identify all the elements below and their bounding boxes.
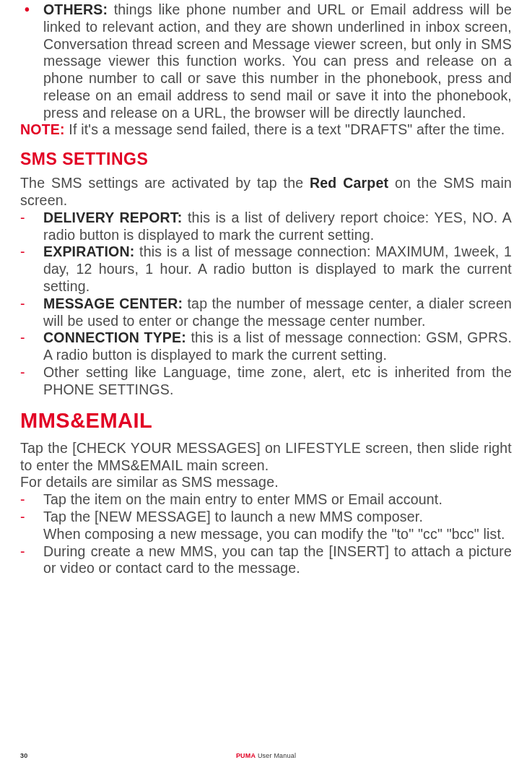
list-text: CONNECTION TYPE: this is a list of messa… — [43, 329, 512, 364]
list-item: - Tap the [NEW MESSAGE] to launch a new … — [20, 509, 512, 526]
list-item: - DELIVERY REPORT: this is a list of del… — [20, 210, 512, 244]
mms-intro: Tap the [CHECK YOUR MESSAGES] on LIFESTY… — [20, 440, 512, 475]
footer-brand: PUMA — [236, 752, 256, 759]
list-item: - Other setting like Language, time zone… — [20, 364, 512, 399]
others-text: OTHERS: things like phone number and URL… — [43, 1, 512, 121]
list-text: EXPIRATION: this is a list of message co… — [43, 243, 512, 295]
list-item: - During create a new MMS, you can tap t… — [20, 543, 512, 578]
note-label: NOTE: — [20, 121, 65, 137]
mms-email-heading: MMS&EMAIL — [20, 408, 512, 433]
item-label: MESSAGE CENTER: — [43, 295, 183, 311]
sms-intro-a: The SMS settings are activated by tap th… — [20, 175, 310, 191]
footer-label: User Manual — [256, 752, 296, 759]
list-item: - Tap the item on the main entry to ente… — [20, 491, 512, 509]
page-footer: 30 PUMA User Manual — [20, 752, 512, 760]
item-label: CONNECTION TYPE: — [43, 329, 186, 345]
list-text: DELIVERY REPORT: this is a list of deliv… — [43, 210, 512, 244]
list-text: Other setting like Language, time zone, … — [43, 364, 512, 399]
dash-icon: - — [20, 509, 43, 526]
dash-icon: - — [20, 243, 43, 295]
item-label: DELIVERY REPORT: — [43, 210, 183, 225]
mms-list: - Tap the item on the main entry to ente… — [20, 491, 512, 577]
dash-icon: - — [20, 295, 43, 330]
list-item: - MESSAGE CENTER: tap the number of mess… — [20, 295, 512, 330]
list-text: During create a new MMS, you can tap the… — [43, 543, 512, 578]
item-body: Other setting like Language, time zone, … — [43, 364, 512, 397]
others-body: things like phone number and URL or Emai… — [43, 1, 512, 121]
list-text: MESSAGE CENTER: tap the number of messag… — [43, 295, 512, 330]
list-text: Tap the [NEW MESSAGE] to launch a new MM… — [43, 509, 512, 526]
dash-icon: - — [20, 543, 43, 578]
others-label: OTHERS: — [43, 1, 108, 17]
dash-icon: - — [20, 329, 43, 364]
sms-settings-list: - DELIVERY REPORT: this is a list of del… — [20, 210, 512, 399]
list-item: - CONNECTION TYPE: this is a list of mes… — [20, 329, 512, 364]
item-label: EXPIRATION: — [43, 243, 134, 259]
note-paragraph: NOTE: If it's a message send failed, the… — [20, 121, 512, 139]
sms-intro: The SMS settings are activated by tap th… — [20, 175, 512, 210]
mms-extra: When composing a new message, you can mo… — [20, 526, 512, 543]
sms-settings-heading: SMS SETTINGS — [20, 149, 512, 169]
dash-icon: - — [20, 491, 43, 509]
footer-center: PUMA User Manual — [236, 752, 296, 760]
page-content: • OTHERS: things like phone number and U… — [20, 1, 512, 577]
note-text: If it's a message send failed, there is … — [65, 121, 505, 137]
others-bullet: • OTHERS: things like phone number and U… — [20, 1, 512, 121]
list-text: Tap the item on the main entry to enter … — [43, 491, 512, 509]
list-item: - EXPIRATION: this is a list of message … — [20, 243, 512, 295]
dash-icon: - — [20, 210, 43, 244]
mms-intro2: For details are similar as SMS message. — [20, 474, 512, 491]
bullet-dot-icon: • — [20, 1, 43, 121]
sms-intro-bold: Red Carpet — [310, 175, 388, 191]
page-number: 30 — [20, 752, 27, 760]
dash-icon: - — [20, 364, 43, 399]
